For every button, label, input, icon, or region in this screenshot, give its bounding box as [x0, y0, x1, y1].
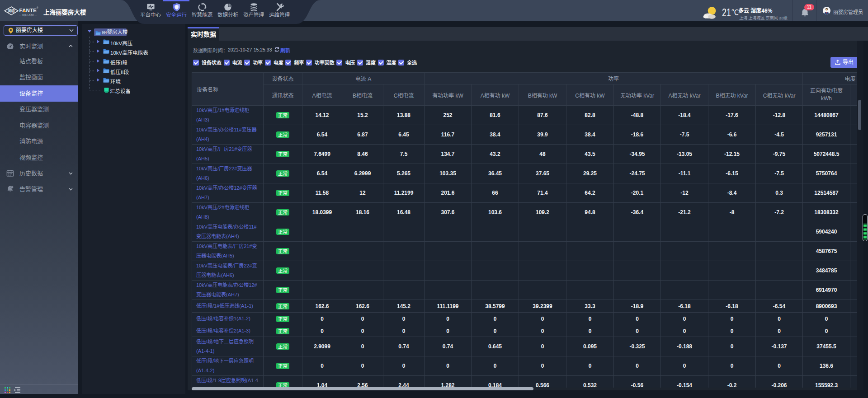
svg-text:FANTE: FANTE	[19, 8, 37, 13]
svg-text:— 息做心系制/ —: — 息做心系制/ —	[19, 14, 37, 17]
svg-text:®: ®	[37, 6, 38, 9]
svg-text:风特: 风特	[8, 9, 15, 13]
